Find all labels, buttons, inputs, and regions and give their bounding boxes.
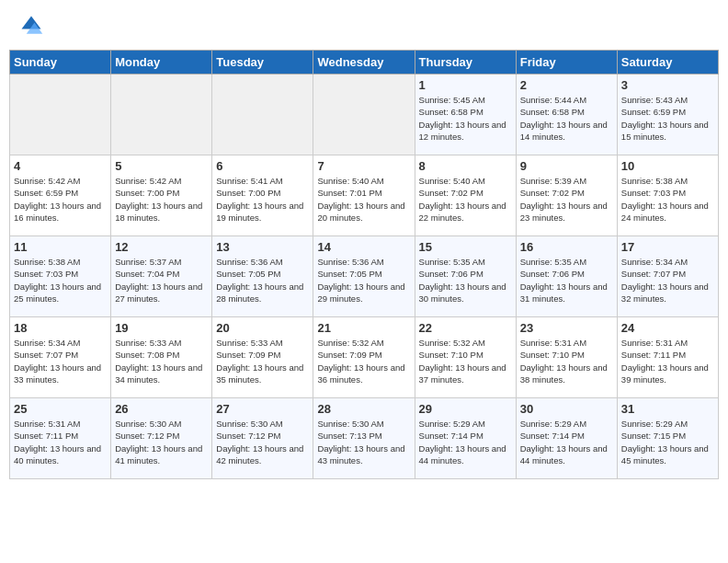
day-info: Sunrise: 5:36 AM Sunset: 7:05 PM Dayligh… — [317, 256, 410, 304]
day-number: 10 — [621, 159, 714, 173]
calendar-header: SundayMondayTuesdayWednesdayThursdayFrid… — [10, 51, 719, 75]
day-info: Sunrise: 5:41 AM Sunset: 7:00 PM Dayligh… — [216, 175, 309, 224]
calendar-cell: 25Sunrise: 5:31 AM Sunset: 7:11 PM Dayli… — [10, 398, 111, 479]
day-info: Sunrise: 5:39 AM Sunset: 7:02 PM Dayligh… — [520, 175, 613, 224]
weekday-header-row: SundayMondayTuesdayWednesdayThursdayFrid… — [10, 51, 719, 75]
calendar-cell: 1Sunrise: 5:45 AM Sunset: 6:58 PM Daylig… — [415, 75, 516, 155]
day-info: Sunrise: 5:35 AM Sunset: 7:06 PM Dayligh… — [419, 256, 512, 304]
day-info: Sunrise: 5:34 AM Sunset: 7:07 PM Dayligh… — [14, 337, 107, 385]
calendar-body: 1Sunrise: 5:45 AM Sunset: 6:58 PM Daylig… — [10, 75, 719, 479]
calendar-week-2: 4Sunrise: 5:42 AM Sunset: 6:59 PM Daylig… — [10, 155, 719, 236]
calendar-cell: 5Sunrise: 5:42 AM Sunset: 7:00 PM Daylig… — [111, 155, 212, 236]
day-number: 7 — [317, 159, 410, 173]
calendar-cell: 9Sunrise: 5:39 AM Sunset: 7:02 PM Daylig… — [516, 155, 617, 236]
day-info: Sunrise: 5:29 AM Sunset: 7:14 PM Dayligh… — [419, 418, 512, 466]
day-info: Sunrise: 5:34 AM Sunset: 7:07 PM Dayligh… — [621, 256, 714, 304]
weekday-header-wednesday: Wednesday — [313, 51, 415, 75]
day-info: Sunrise: 5:38 AM Sunset: 7:03 PM Dayligh… — [621, 175, 714, 224]
weekday-header-thursday: Thursday — [415, 51, 516, 75]
day-info: Sunrise: 5:40 AM Sunset: 7:02 PM Dayligh… — [419, 175, 512, 224]
day-number: 19 — [115, 321, 208, 335]
day-number: 27 — [216, 402, 309, 416]
calendar-cell — [10, 75, 111, 155]
day-number: 8 — [419, 159, 512, 173]
day-number: 22 — [419, 321, 512, 335]
day-number: 20 — [216, 321, 309, 335]
calendar-cell: 31Sunrise: 5:29 AM Sunset: 7:15 PM Dayli… — [617, 398, 718, 479]
weekday-header-saturday: Saturday — [617, 51, 718, 75]
day-info: Sunrise: 5:33 AM Sunset: 7:08 PM Dayligh… — [115, 337, 208, 385]
day-info: Sunrise: 5:29 AM Sunset: 7:15 PM Dayligh… — [621, 418, 714, 466]
calendar-cell: 3Sunrise: 5:43 AM Sunset: 6:59 PM Daylig… — [617, 75, 718, 155]
day-number: 9 — [520, 159, 613, 173]
calendar-cell: 16Sunrise: 5:35 AM Sunset: 7:06 PM Dayli… — [516, 236, 617, 317]
day-number: 12 — [115, 240, 208, 254]
day-number: 3 — [621, 78, 714, 92]
day-number: 4 — [14, 159, 107, 173]
day-number: 15 — [419, 240, 512, 254]
calendar-cell: 22Sunrise: 5:32 AM Sunset: 7:10 PM Dayli… — [415, 317, 516, 398]
calendar-week-5: 25Sunrise: 5:31 AM Sunset: 7:11 PM Dayli… — [10, 398, 719, 479]
day-info: Sunrise: 5:33 AM Sunset: 7:09 PM Dayligh… — [216, 337, 309, 385]
day-info: Sunrise: 5:30 AM Sunset: 7:12 PM Dayligh… — [115, 418, 208, 466]
calendar-cell: 18Sunrise: 5:34 AM Sunset: 7:07 PM Dayli… — [10, 317, 111, 398]
day-info: Sunrise: 5:42 AM Sunset: 7:00 PM Dayligh… — [115, 175, 208, 224]
day-number: 28 — [317, 402, 410, 416]
logo-icon — [18, 13, 44, 39]
calendar-cell: 28Sunrise: 5:30 AM Sunset: 7:13 PM Dayli… — [313, 398, 415, 479]
day-number: 1 — [419, 78, 512, 92]
day-info: Sunrise: 5:42 AM Sunset: 6:59 PM Dayligh… — [14, 175, 107, 224]
day-number: 25 — [14, 402, 107, 416]
day-info: Sunrise: 5:31 AM Sunset: 7:10 PM Dayligh… — [520, 337, 613, 385]
day-number: 6 — [216, 159, 309, 173]
day-info: Sunrise: 5:32 AM Sunset: 7:10 PM Dayligh… — [419, 337, 512, 385]
calendar-cell: 6Sunrise: 5:41 AM Sunset: 7:00 PM Daylig… — [212, 155, 313, 236]
day-info: Sunrise: 5:40 AM Sunset: 7:01 PM Dayligh… — [317, 175, 410, 224]
calendar-cell: 29Sunrise: 5:29 AM Sunset: 7:14 PM Dayli… — [415, 398, 516, 479]
day-number: 13 — [216, 240, 309, 254]
calendar-week-1: 1Sunrise: 5:45 AM Sunset: 6:58 PM Daylig… — [10, 75, 719, 155]
day-number: 31 — [621, 402, 714, 416]
day-number: 14 — [317, 240, 410, 254]
calendar-cell: 21Sunrise: 5:32 AM Sunset: 7:09 PM Dayli… — [313, 317, 415, 398]
day-info: Sunrise: 5:30 AM Sunset: 7:13 PM Dayligh… — [317, 418, 410, 466]
day-number: 21 — [317, 321, 410, 335]
weekday-header-sunday: Sunday — [10, 51, 111, 75]
calendar-cell: 4Sunrise: 5:42 AM Sunset: 6:59 PM Daylig… — [10, 155, 111, 236]
calendar-cell: 23Sunrise: 5:31 AM Sunset: 7:10 PM Dayli… — [516, 317, 617, 398]
calendar-week-3: 11Sunrise: 5:38 AM Sunset: 7:03 PM Dayli… — [10, 236, 719, 317]
calendar-cell — [212, 75, 313, 155]
calendar-cell: 12Sunrise: 5:37 AM Sunset: 7:04 PM Dayli… — [111, 236, 212, 317]
day-number: 17 — [621, 240, 714, 254]
calendar-cell: 30Sunrise: 5:29 AM Sunset: 7:14 PM Dayli… — [516, 398, 617, 479]
day-number: 11 — [14, 240, 107, 254]
weekday-header-tuesday: Tuesday — [212, 51, 313, 75]
calendar-cell: 7Sunrise: 5:40 AM Sunset: 7:01 PM Daylig… — [313, 155, 415, 236]
calendar-cell: 8Sunrise: 5:40 AM Sunset: 7:02 PM Daylig… — [415, 155, 516, 236]
calendar-cell: 11Sunrise: 5:38 AM Sunset: 7:03 PM Dayli… — [10, 236, 111, 317]
calendar-cell: 20Sunrise: 5:33 AM Sunset: 7:09 PM Dayli… — [212, 317, 313, 398]
day-info: Sunrise: 5:36 AM Sunset: 7:05 PM Dayligh… — [216, 256, 309, 304]
calendar-table: SundayMondayTuesdayWednesdayThursdayFrid… — [9, 50, 719, 479]
day-info: Sunrise: 5:29 AM Sunset: 7:14 PM Dayligh… — [520, 418, 613, 466]
day-info: Sunrise: 5:44 AM Sunset: 6:58 PM Dayligh… — [520, 94, 613, 143]
day-info: Sunrise: 5:31 AM Sunset: 7:11 PM Dayligh… — [621, 337, 714, 385]
day-info: Sunrise: 5:45 AM Sunset: 6:58 PM Dayligh… — [419, 94, 512, 143]
calendar-cell: 10Sunrise: 5:38 AM Sunset: 7:03 PM Dayli… — [617, 155, 718, 236]
day-number: 23 — [520, 321, 613, 335]
calendar-cell: 26Sunrise: 5:30 AM Sunset: 7:12 PM Dayli… — [111, 398, 212, 479]
day-number: 18 — [14, 321, 107, 335]
day-info: Sunrise: 5:38 AM Sunset: 7:03 PM Dayligh… — [14, 256, 107, 304]
day-number: 16 — [520, 240, 613, 254]
calendar-cell: 13Sunrise: 5:36 AM Sunset: 7:05 PM Dayli… — [212, 236, 313, 317]
day-number: 24 — [621, 321, 714, 335]
day-number: 2 — [520, 78, 613, 92]
day-number: 29 — [419, 402, 512, 416]
logo — [17, 13, 48, 39]
day-info: Sunrise: 5:35 AM Sunset: 7:06 PM Dayligh… — [520, 256, 613, 304]
calendar-cell: 14Sunrise: 5:36 AM Sunset: 7:05 PM Dayli… — [313, 236, 415, 317]
weekday-header-friday: Friday — [516, 51, 617, 75]
calendar-cell: 19Sunrise: 5:33 AM Sunset: 7:08 PM Dayli… — [111, 317, 212, 398]
page-header — [9, 9, 719, 42]
day-number: 26 — [115, 402, 208, 416]
